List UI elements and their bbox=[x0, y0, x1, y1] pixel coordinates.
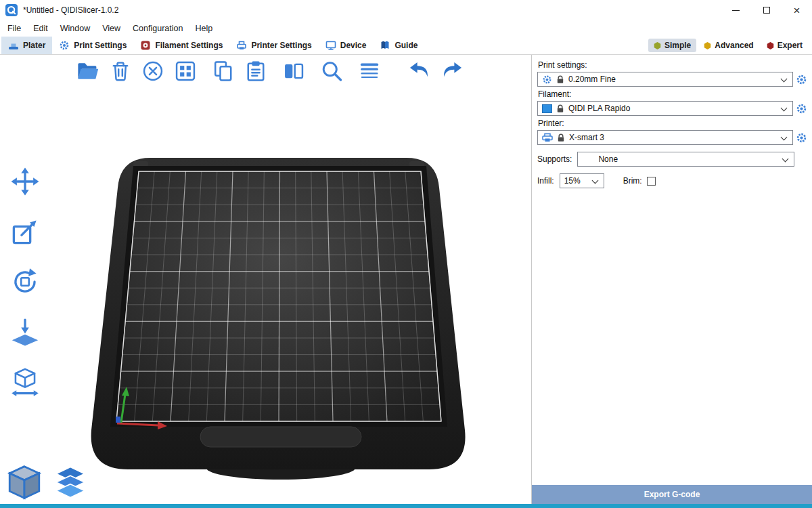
view-layers-icon bbox=[51, 463, 89, 501]
mode-simple[interactable]: Simple bbox=[648, 39, 696, 52]
lock-icon bbox=[557, 133, 565, 142]
delete-button[interactable] bbox=[106, 56, 135, 86]
tab-print-settings[interactable]: Print Settings bbox=[52, 37, 133, 54]
copy-button[interactable] bbox=[208, 56, 238, 86]
open-button[interactable] bbox=[73, 56, 103, 86]
undo-button[interactable] bbox=[405, 56, 434, 86]
tab-guide[interactable]: Guide bbox=[373, 37, 424, 54]
print-bed bbox=[0, 55, 531, 504]
infill-value: 15% bbox=[564, 176, 581, 186]
arrange-icon bbox=[173, 59, 198, 83]
layers-list-icon bbox=[357, 59, 382, 83]
chevron-down-icon bbox=[591, 177, 598, 184]
chevron-down-icon bbox=[781, 134, 788, 141]
window-title: *Untitled - QIDISlicer-1.0.2 bbox=[23, 5, 118, 15]
guide-book-icon bbox=[380, 40, 390, 51]
menu-bar: File Edit Window View Configuration Help bbox=[0, 20, 812, 37]
view-3d-button[interactable] bbox=[4, 462, 45, 503]
infill-label: Infill: bbox=[537, 176, 554, 186]
chevron-down-icon bbox=[781, 76, 788, 83]
view-layers-button[interactable] bbox=[50, 462, 91, 503]
app-window: *Untitled - QIDISlicer-1.0.2 × File Edit… bbox=[0, 0, 812, 508]
titlebar: *Untitled - QIDISlicer-1.0.2 × bbox=[0, 0, 812, 20]
brim-checkbox[interactable] bbox=[647, 177, 656, 186]
printer-icon bbox=[236, 40, 247, 51]
mode-switcher: Simple Advanced Expert bbox=[648, 37, 812, 54]
filament-select[interactable]: QIDI PLA Rapido bbox=[537, 101, 793, 116]
scale-tool-button[interactable] bbox=[7, 213, 43, 250]
printer-gear-button[interactable] bbox=[793, 132, 809, 144]
minimize-button[interactable] bbox=[721, 0, 751, 20]
advanced-mode-icon bbox=[704, 42, 711, 49]
chevron-down-icon bbox=[782, 156, 789, 163]
brim-label: Brim: bbox=[623, 176, 642, 186]
minimize-icon bbox=[732, 10, 740, 11]
tab-filament-settings[interactable]: Filament Settings bbox=[133, 37, 229, 54]
print-settings-gear-button[interactable] bbox=[793, 74, 809, 85]
menu-configuration[interactable]: Configuration bbox=[127, 22, 189, 35]
maximize-icon bbox=[763, 7, 770, 14]
move-tool-button[interactable] bbox=[7, 163, 43, 200]
mode-expert[interactable]: Expert bbox=[761, 39, 808, 52]
gear-icon bbox=[796, 132, 807, 144]
menu-view[interactable]: View bbox=[96, 22, 127, 35]
export-gcode-button[interactable]: Export G-code bbox=[532, 485, 812, 504]
device-monitor-icon bbox=[325, 40, 336, 51]
tab-bar: Plater Print Settings Filament Settings bbox=[0, 37, 812, 55]
search-icon bbox=[319, 59, 344, 83]
filament-label: Filament: bbox=[538, 89, 812, 99]
lock-icon bbox=[556, 104, 564, 113]
gear-icon bbox=[542, 75, 552, 85]
viewport-3d[interactable] bbox=[0, 55, 531, 504]
tab-printer-settings[interactable]: Printer Settings bbox=[229, 37, 318, 54]
tab-device[interactable]: Device bbox=[319, 37, 374, 54]
maximize-button[interactable] bbox=[751, 0, 782, 20]
filament-gear-button[interactable] bbox=[793, 103, 809, 114]
variable-layer-height-button[interactable] bbox=[355, 56, 384, 86]
infill-select[interactable]: 15% bbox=[560, 173, 604, 188]
printer-select[interactable]: X-smart 3 bbox=[537, 130, 793, 145]
menu-file[interactable]: File bbox=[1, 22, 27, 35]
supports-select[interactable]: None bbox=[577, 152, 794, 167]
gear-icon bbox=[59, 40, 70, 51]
menu-edit[interactable]: Edit bbox=[27, 22, 54, 35]
rotate-tool-button[interactable] bbox=[7, 263, 43, 300]
move-icon bbox=[9, 166, 41, 197]
bottom-status-bar bbox=[0, 504, 812, 508]
printer-value: X-smart 3 bbox=[569, 133, 604, 142]
place-on-face-icon bbox=[9, 316, 41, 347]
toolbar-top bbox=[73, 56, 467, 86]
close-button[interactable]: × bbox=[782, 0, 812, 20]
printer-label: Printer: bbox=[538, 119, 812, 128]
filament-value: QIDI PLA Rapido bbox=[568, 104, 630, 113]
view-3d-icon bbox=[5, 463, 43, 501]
supports-value: None bbox=[598, 154, 618, 164]
measure-tool-button[interactable] bbox=[7, 364, 43, 400]
view-switcher bbox=[4, 462, 91, 503]
menu-help[interactable]: Help bbox=[189, 22, 219, 35]
split-button[interactable] bbox=[279, 56, 309, 86]
split-icon bbox=[281, 59, 306, 83]
print-settings-value: 0.20mm Fine bbox=[568, 75, 616, 84]
measure-icon bbox=[9, 366, 41, 398]
open-icon bbox=[76, 59, 100, 83]
redo-icon bbox=[440, 59, 464, 83]
delete-all-button[interactable] bbox=[138, 56, 168, 86]
mode-advanced[interactable]: Advanced bbox=[698, 39, 759, 52]
undo-icon bbox=[407, 59, 432, 83]
simple-mode-icon bbox=[654, 42, 661, 49]
menu-window[interactable]: Window bbox=[54, 22, 96, 35]
filament-color-swatch bbox=[542, 104, 552, 113]
toolbar-left bbox=[7, 163, 43, 400]
place-on-face-tool-button[interactable] bbox=[7, 314, 43, 350]
tab-plater[interactable]: Plater bbox=[1, 37, 52, 54]
bed-front-handle bbox=[200, 427, 361, 447]
rotate-icon bbox=[9, 266, 41, 297]
search-button[interactable] bbox=[317, 56, 346, 86]
arrange-button[interactable] bbox=[171, 56, 200, 86]
print-settings-select[interactable]: 0.20mm Fine bbox=[537, 72, 793, 87]
plater-icon bbox=[8, 40, 19, 51]
supports-label: Supports: bbox=[537, 154, 572, 164]
paste-button[interactable] bbox=[241, 56, 271, 86]
redo-button[interactable] bbox=[437, 56, 467, 86]
